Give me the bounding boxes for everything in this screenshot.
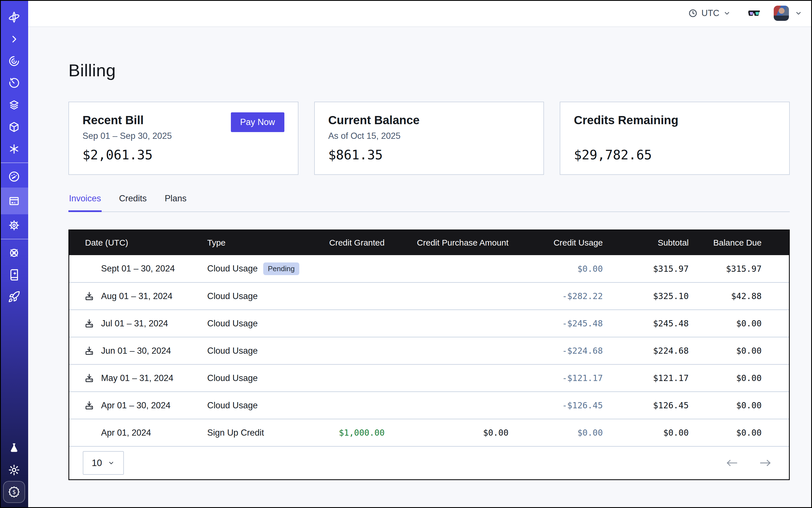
subtotal-value: $0.00 — [603, 419, 689, 446]
tab-credits[interactable]: Credits — [119, 194, 147, 212]
tab-invoices[interactable]: Invoices — [69, 194, 102, 212]
docs-book-sparkle-icon — [8, 269, 20, 281]
sidebar-item-asterisk[interactable] — [0, 138, 28, 160]
rocket-icon — [8, 291, 20, 303]
invoice-date: Apr 01, 2024 — [101, 428, 151, 438]
credit-granted-value — [314, 365, 385, 392]
balance-due-value: $0.00 — [689, 337, 789, 365]
package-cube-icon — [8, 121, 20, 133]
account-menu-button[interactable] — [795, 9, 803, 17]
sidebar-item-observe[interactable] — [0, 50, 28, 72]
credits-remaining-card: Credits Remaining $29,782.65 — [560, 102, 790, 175]
download-invoice-icon[interactable] — [84, 400, 94, 411]
download-invoice-icon[interactable] — [84, 373, 94, 383]
table-row: Jun 01 – 30, 2024 Cloud Usage -$224.68 $… — [69, 337, 789, 365]
download-invoice-icon[interactable] — [84, 346, 94, 356]
orbit-logo-icon — [8, 11, 20, 24]
pricing-button[interactable]: $ — [3, 481, 25, 503]
previous-page-button[interactable] — [726, 459, 738, 467]
svg-text:$: $ — [12, 489, 16, 495]
usage-gauge-icon — [8, 170, 20, 183]
chevron-down-icon — [795, 9, 803, 17]
dollar-seal-icon: $ — [8, 485, 20, 499]
sidebar-item-history[interactable] — [0, 72, 28, 94]
billing-card-icon — [8, 195, 20, 207]
sidebar-item-billing[interactable] — [0, 187, 28, 214]
invoice-type: Cloud Usage — [207, 319, 258, 329]
credit-purchase-value — [385, 365, 509, 392]
theme-sun-icon — [8, 464, 20, 476]
credit-purchase-value — [385, 392, 509, 419]
column-header-balance-due: Balance Due — [689, 230, 789, 255]
sidebar-bottom-group: $ — [0, 437, 28, 503]
column-header-date: Date (UTC) — [69, 230, 207, 255]
sidebar-divider — [0, 163, 28, 163]
table-row: Aug 01 – 31, 2024 Cloud Usage -$282.22 $… — [69, 283, 789, 310]
current-balance-card: Current Balance As of Oct 15, 2025 $861.… — [314, 102, 544, 175]
card-title: Current Balance — [328, 114, 420, 127]
credit-granted-value — [314, 337, 385, 365]
credit-granted-value — [314, 255, 385, 283]
invoice-date: Sept 01 – 30, 2024 — [101, 263, 175, 274]
column-header-credit-granted: Credit Granted — [314, 230, 385, 255]
credit-granted-value: $1,000.00 — [314, 419, 385, 446]
sidebar-item-rocket[interactable] — [0, 286, 28, 308]
table-row: Sept 01 – 30, 2024 Cloud UsagePending $0… — [69, 255, 789, 283]
history-timer-icon — [8, 77, 20, 89]
viewer-mode-button[interactable] — [747, 6, 761, 20]
helm-wheel-icon — [8, 247, 20, 259]
download-invoice-icon[interactable] — [84, 319, 94, 329]
pay-now-button[interactable]: Pay Now — [231, 112, 284, 132]
invoice-type: Cloud Usage — [207, 373, 258, 383]
credit-usage-value: $0.00 — [509, 419, 603, 446]
table-row: Apr 01 – 30, 2024 Cloud Usage -$126.45 $… — [69, 392, 789, 419]
invoices-table: Date (UTC) Type Credit Granted Credit Pu… — [69, 229, 790, 480]
invoice-date: Apr 01 – 30, 2024 — [101, 400, 170, 411]
sidebar-item-labs[interactable] — [0, 437, 28, 459]
balance-due-value: $0.00 — [689, 310, 789, 337]
sidebar-item-layers[interactable] — [0, 94, 28, 116]
summary-cards: Recent Bill Sep 01 – Sep 30, 2025 Pay No… — [69, 102, 790, 175]
pending-badge: Pending — [263, 262, 299, 275]
invoice-date: Jul 01 – 31, 2024 — [101, 319, 168, 329]
column-header-type: Type — [207, 230, 314, 255]
subtotal-value: $325.10 — [603, 283, 689, 310]
recent-bill-amount: $2,061.35 — [83, 147, 284, 163]
sidebar-item-docs[interactable] — [0, 264, 28, 286]
clock-icon — [688, 8, 698, 18]
layers-icon — [8, 99, 20, 111]
invoice-date: May 01 – 31, 2024 — [101, 373, 173, 383]
card-subtitle — [574, 131, 678, 142]
subtotal-value: $245.48 — [603, 310, 689, 337]
credit-usage-value: -$245.48 — [509, 310, 603, 337]
page-title: Billing — [69, 60, 790, 80]
sidebar-item-logo[interactable] — [0, 6, 28, 28]
sidebar-item-usage[interactable] — [0, 166, 28, 187]
timezone-dropdown[interactable]: UTC — [688, 8, 731, 18]
3d-glasses-icon — [747, 6, 761, 20]
tab-plans[interactable]: Plans — [164, 194, 187, 212]
invoice-type: Cloud Usage — [207, 263, 258, 274]
column-header-credit-purchase: Credit Purchase Amount — [385, 230, 509, 255]
chevron-down-icon — [723, 9, 731, 17]
user-avatar[interactable] — [774, 6, 789, 21]
sidebar-item-expand[interactable] — [0, 28, 28, 50]
sidebar-item-settings[interactable] — [0, 214, 28, 236]
credit-purchase-value: $0.00 — [385, 419, 509, 446]
topbar: UTC — [28, 0, 812, 27]
subtotal-value: $224.68 — [603, 337, 689, 365]
sidebar-item-packages[interactable] — [0, 116, 28, 138]
table-row: Apr 01, 2024 Sign Up Credit $1,000.00 $0… — [69, 419, 789, 446]
table-pagination: 10 — [69, 447, 789, 479]
sidebar-item-helm[interactable] — [0, 242, 28, 264]
invoice-type: Cloud Usage — [207, 291, 258, 301]
download-invoice-icon[interactable] — [84, 291, 94, 301]
page-size-select[interactable]: 10 — [83, 451, 124, 475]
next-page-button[interactable] — [759, 459, 771, 467]
sidebar-item-theme[interactable] — [0, 459, 28, 481]
balance-due-value: $0.00 — [689, 419, 789, 446]
observe-iris-icon — [8, 55, 20, 67]
credit-usage-value: -$121.17 — [509, 365, 603, 392]
card-title: Credits Remaining — [574, 114, 678, 127]
invoice-type: Cloud Usage — [207, 400, 258, 411]
